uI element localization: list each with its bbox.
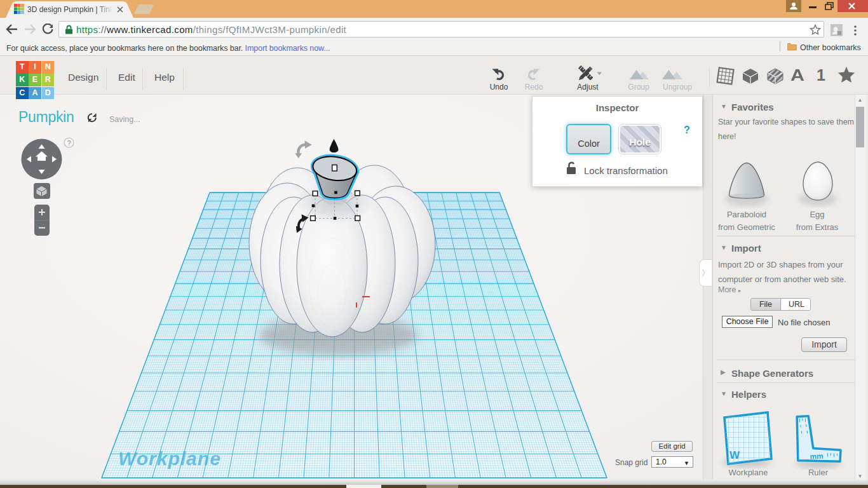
svg-text:Saving...: Saving... [109, 115, 140, 124]
svg-text:W: W [729, 449, 740, 461]
svg-text:mm: mm [810, 452, 824, 461]
svg-text:Pumpkin: Pumpkin [18, 109, 74, 125]
svg-text:?: ? [67, 139, 71, 147]
svg-text:Workplane: Workplane [118, 448, 221, 469]
